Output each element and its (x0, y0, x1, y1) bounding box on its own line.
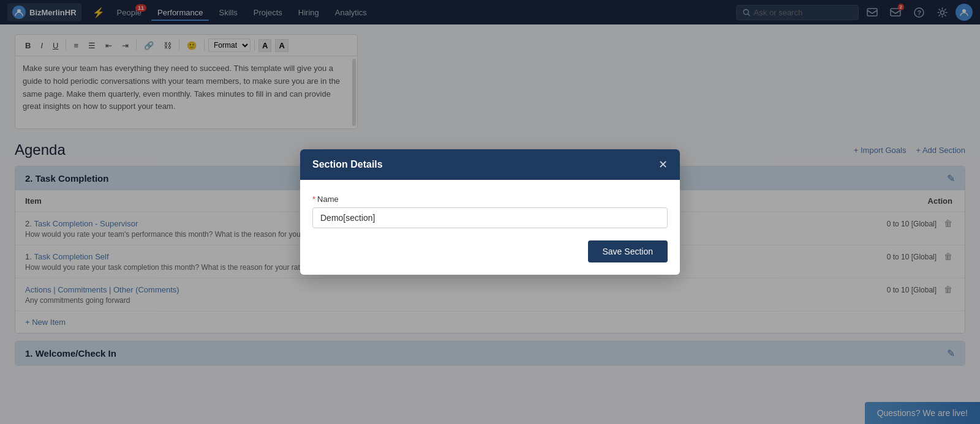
modal-footer: Save Section (300, 240, 680, 275)
required-star: * (312, 195, 315, 204)
modal-overlay[interactable]: Section Details ✕ * Name Save Section (0, 0, 980, 424)
modal-title: Section Details (312, 159, 383, 170)
modal-close-button[interactable]: ✕ (658, 158, 668, 171)
section-details-modal: Section Details ✕ * Name Save Section (300, 149, 680, 275)
section-name-input[interactable] (312, 207, 668, 228)
save-section-button[interactable]: Save Section (588, 240, 668, 262)
name-label: * Name (312, 195, 668, 204)
modal-header: Section Details ✕ (300, 149, 680, 180)
modal-body: * Name (300, 180, 680, 240)
